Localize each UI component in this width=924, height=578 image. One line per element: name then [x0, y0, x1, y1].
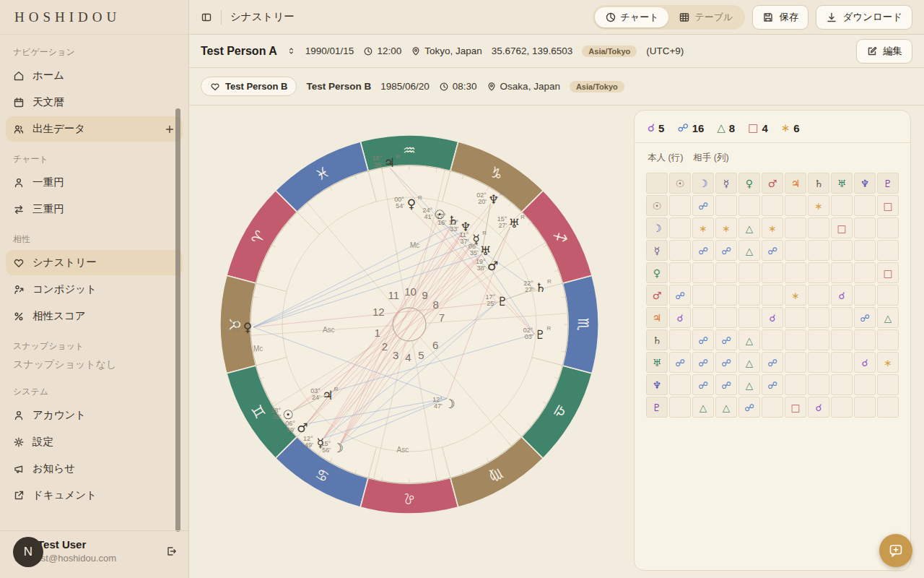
- aspect-cell-jupiter-venus[interactable]: [738, 307, 760, 328]
- logout-icon[interactable]: [165, 545, 177, 557]
- aspect-cell-venus-saturn[interactable]: [808, 262, 829, 283]
- aspect-cell-moon-sun[interactable]: [669, 217, 691, 238]
- aspect-cell-mars-mercury[interactable]: [715, 285, 737, 306]
- aspect-cell-moon-uranus[interactable]: □: [831, 217, 853, 238]
- aspect-cell-mercury-moon[interactable]: ☍: [692, 240, 714, 261]
- aspect-cell-pluto-sun[interactable]: [669, 397, 691, 418]
- sidebar-item-compatibility-score[interactable]: 相性スコア: [6, 303, 183, 329]
- sidebar-item-composite[interactable]: コンポジット: [6, 277, 183, 302]
- aspect-cell-pluto-saturn[interactable]: ☌: [808, 397, 829, 418]
- aspect-cell-jupiter-mars[interactable]: ☌: [762, 307, 783, 328]
- aspect-cell-uranus-venus[interactable]: △: [738, 352, 760, 373]
- aspect-cell-moon-neptune[interactable]: [854, 217, 876, 238]
- aspect-cell-saturn-moon[interactable]: ☍: [692, 329, 714, 350]
- aspect-cell-pluto-pluto[interactable]: [877, 397, 899, 418]
- aspect-cell-jupiter-pluto[interactable]: △: [877, 307, 899, 328]
- aspect-cell-neptune-saturn[interactable]: [808, 374, 829, 395]
- aspect-cell-mercury-sun[interactable]: [669, 240, 691, 261]
- sidebar-scrollbar[interactable]: [175, 108, 180, 532]
- aspect-cell-uranus-saturn[interactable]: [808, 352, 829, 373]
- avatar[interactable]: N: [13, 537, 43, 567]
- aspect-cell-mercury-jupiter[interactable]: [785, 240, 806, 261]
- aspect-cell-mars-neptune[interactable]: [854, 285, 876, 306]
- aspect-cell-venus-pluto[interactable]: □: [877, 262, 899, 283]
- aspect-cell-pluto-uranus[interactable]: [831, 397, 853, 418]
- aspect-cell-neptune-neptune[interactable]: [854, 374, 876, 395]
- edit-button[interactable]: 編集: [856, 39, 912, 64]
- aspect-cell-mars-mars[interactable]: [762, 285, 783, 306]
- aspect-cell-sun-uranus[interactable]: [831, 195, 853, 216]
- aspect-cell-jupiter-neptune[interactable]: ☍: [854, 307, 876, 328]
- aspect-cell-sun-mars[interactable]: [762, 195, 783, 216]
- aspect-cell-moon-saturn[interactable]: [808, 217, 829, 238]
- aspect-cell-venus-neptune[interactable]: [854, 262, 876, 283]
- aspect-cell-mercury-venus[interactable]: △: [738, 240, 760, 261]
- aspect-cell-moon-mercury[interactable]: ∗: [715, 217, 737, 238]
- aspect-cell-sun-pluto[interactable]: □: [877, 195, 899, 216]
- sidebar-item-account[interactable]: アカウント: [6, 402, 183, 428]
- sidebar-item-ephemeris[interactable]: 天文暦: [6, 90, 183, 115]
- aspect-cell-saturn-venus[interactable]: △: [738, 329, 760, 350]
- sidebar-item-synastry[interactable]: シナストリー: [6, 250, 183, 275]
- aspect-cell-saturn-saturn[interactable]: [808, 329, 829, 350]
- aspect-cell-mars-venus[interactable]: [738, 285, 760, 306]
- sidebar-item-birth-data[interactable]: 出生データ: [6, 116, 183, 142]
- aspect-cell-sun-venus[interactable]: [738, 195, 760, 216]
- sidebar-item-settings[interactable]: 設定: [6, 429, 183, 454]
- aspect-cell-jupiter-moon[interactable]: [692, 307, 714, 328]
- aspect-cell-jupiter-mercury[interactable]: [715, 307, 737, 328]
- aspect-cell-venus-mercury[interactable]: [715, 262, 737, 283]
- aspect-cell-moon-jupiter[interactable]: [785, 217, 806, 238]
- aspect-cell-saturn-pluto[interactable]: [877, 329, 899, 350]
- view-toggle-chart[interactable]: チャート: [595, 7, 669, 27]
- aspect-cell-neptune-venus[interactable]: △: [738, 374, 760, 395]
- aspect-cell-venus-sun[interactable]: [669, 262, 691, 283]
- download-button[interactable]: ダウンロード: [816, 5, 912, 30]
- aspect-cell-neptune-mercury[interactable]: ☍: [715, 374, 737, 395]
- save-button[interactable]: 保存: [752, 5, 808, 30]
- aspect-cell-neptune-jupiter[interactable]: [785, 374, 806, 395]
- aspect-cell-venus-mars[interactable]: [762, 262, 783, 283]
- aspect-cell-mars-sun[interactable]: ☍: [669, 285, 691, 306]
- aspect-cell-saturn-jupiter[interactable]: [785, 329, 806, 350]
- aspect-cell-sun-moon[interactable]: ☍: [692, 195, 714, 216]
- aspect-cell-uranus-uranus[interactable]: [831, 352, 853, 373]
- aspect-cell-sun-saturn[interactable]: ∗: [808, 195, 829, 216]
- aspect-cell-uranus-neptune[interactable]: ☌: [854, 352, 876, 373]
- aspect-cell-sun-sun[interactable]: [669, 195, 691, 216]
- aspect-cell-sun-mercury[interactable]: [715, 195, 737, 216]
- sidebar-item-single-wheel[interactable]: 一重円: [6, 170, 183, 195]
- aspect-cell-neptune-sun[interactable]: [669, 374, 691, 395]
- sidebar-item-home[interactable]: ホーム: [6, 63, 183, 88]
- chat-fab-button[interactable]: [879, 534, 912, 567]
- aspect-cell-venus-moon[interactable]: [692, 262, 714, 283]
- aspect-cell-mars-moon[interactable]: [692, 285, 714, 306]
- aspect-cell-mercury-mercury[interactable]: ☍: [715, 240, 737, 261]
- aspect-cell-pluto-jupiter[interactable]: □: [785, 397, 806, 418]
- aspect-cell-saturn-neptune[interactable]: [854, 329, 876, 350]
- aspect-cell-sun-jupiter[interactable]: [785, 195, 806, 216]
- aspect-cell-neptune-moon[interactable]: ☍: [692, 374, 714, 395]
- aspect-cell-uranus-mercury[interactable]: ☍: [715, 352, 737, 373]
- aspect-cell-venus-venus[interactable]: [738, 262, 760, 283]
- add-button[interactable]: [164, 124, 175, 135]
- aspect-cell-neptune-mars[interactable]: ☍: [762, 374, 783, 395]
- aspect-cell-neptune-pluto[interactable]: [877, 374, 899, 395]
- aspect-cell-saturn-mercury[interactable]: ☍: [715, 329, 737, 350]
- aspect-cell-mars-saturn[interactable]: [808, 285, 829, 306]
- aspect-cell-saturn-uranus[interactable]: [831, 329, 853, 350]
- aspect-cell-neptune-uranus[interactable]: [831, 374, 853, 395]
- aspect-cell-sun-neptune[interactable]: [854, 195, 876, 216]
- aspect-cell-mercury-neptune[interactable]: [854, 240, 876, 261]
- aspect-cell-saturn-sun[interactable]: [669, 329, 691, 350]
- aspect-cell-moon-moon[interactable]: ∗: [692, 217, 714, 238]
- sidebar-toggle-icon[interactable]: [201, 12, 212, 23]
- aspect-cell-pluto-neptune[interactable]: [854, 397, 876, 418]
- aspect-cell-mercury-pluto[interactable]: [877, 240, 899, 261]
- aspect-cell-mars-jupiter[interactable]: ∗: [785, 285, 806, 306]
- aspect-cell-saturn-mars[interactable]: [762, 329, 783, 350]
- aspect-cell-moon-pluto[interactable]: [877, 217, 899, 238]
- aspect-cell-pluto-venus[interactable]: ☍: [738, 397, 760, 418]
- sidebar-item-news[interactable]: お知らせ: [6, 456, 183, 481]
- aspect-cell-mercury-uranus[interactable]: [831, 240, 853, 261]
